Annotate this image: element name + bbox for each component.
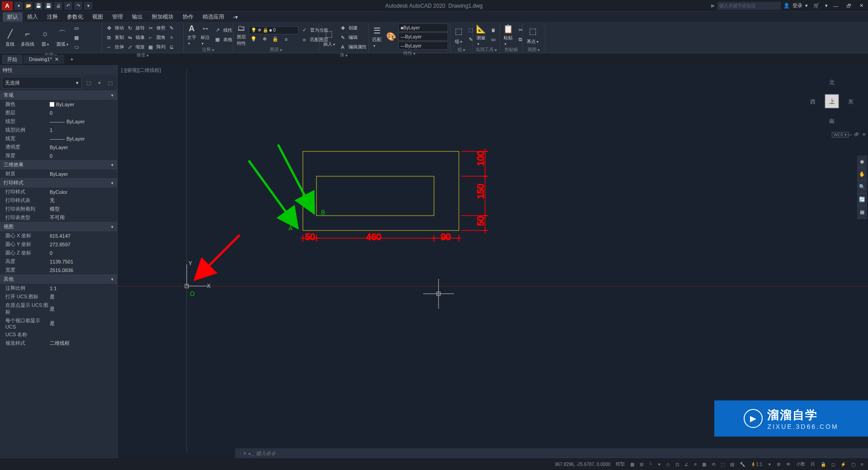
panel-layers-label[interactable]: 图层 ▾ [235, 46, 317, 53]
sb-transp-icon[interactable]: ▦ [700, 461, 708, 468]
fillet-icon[interactable]: ⌐ [146, 33, 156, 42]
nav-zoom-icon[interactable]: 🔍 [857, 181, 867, 193]
nav-orbit-icon[interactable]: 🔄 [857, 193, 867, 206]
sb-grid-icon[interactable]: ▦ [628, 461, 636, 468]
pickadd-icon[interactable]: ⬚ [105, 78, 115, 87]
rect-icon[interactable]: ▭ [71, 24, 81, 33]
sb-qprops-icon[interactable]: 目 [809, 460, 817, 468]
search-input[interactable]: 键入关键字或短语 [717, 2, 781, 10]
mirror-icon[interactable]: ⇋ [125, 33, 135, 42]
sb-clean-icon[interactable]: ▢ [849, 461, 857, 468]
window-close-icon[interactable]: ✕ [857, 3, 866, 9]
qat-save-icon[interactable]: 💾 [34, 2, 42, 10]
panel-util-label[interactable]: 实用工具 ▾ [475, 46, 498, 53]
tab-default[interactable]: 默认 [3, 12, 23, 22]
sb-iso-icon[interactable]: ◇ [665, 461, 672, 468]
sb-qp-icon[interactable]: 🔧 [738, 461, 747, 468]
calc-icon[interactable]: 🖩 [488, 26, 498, 35]
tab-view[interactable]: 视图 [88, 12, 108, 22]
trim-icon[interactable]: ✂ [146, 24, 156, 33]
props-button[interactable]: ☰匹配 [371, 25, 384, 48]
erase-icon[interactable]: ✎ [166, 24, 176, 33]
sb-dyn-icon[interactable]: ▤ [728, 461, 736, 468]
sb-annovis-icon[interactable]: ✶ [766, 461, 773, 468]
command-input[interactable] [256, 451, 865, 456]
qat-redo-icon[interactable]: ↷ [74, 2, 82, 10]
layerlock-icon[interactable]: 🔒 [270, 35, 280, 44]
section-general[interactable]: 常规 [0, 90, 117, 100]
layeroff-icon[interactable]: 💡 [249, 35, 259, 44]
quickprops-icon[interactable]: ⬚ [84, 78, 94, 87]
tab-insert[interactable]: 插入 [23, 12, 42, 22]
tab-collab[interactable]: 协作 [178, 12, 198, 22]
tab-manage[interactable]: 管理 [108, 12, 127, 22]
app-logo[interactable]: A [2, 1, 13, 10]
panel-block-label[interactable]: 块 ▾ [321, 52, 367, 59]
close-tab-icon[interactable]: ✕ [55, 56, 59, 62]
section-misc[interactable]: 其他 [0, 274, 117, 284]
qat-open-icon[interactable]: 📂 [24, 2, 33, 10]
window-restore-icon[interactable]: 🗗 [844, 3, 854, 9]
panel-annotate-label[interactable]: 注释 ▾ [185, 46, 231, 53]
layerfreeze-icon[interactable]: ❄ [259, 35, 269, 44]
base-button[interactable]: ⬚基点 [524, 24, 541, 46]
panel-clip-label[interactable]: 剪贴板 [502, 46, 520, 53]
sb-polar-icon[interactable]: ✶ [656, 461, 663, 468]
login-dropdown-icon[interactable]: ▾ [805, 3, 808, 9]
sb-custom-icon[interactable]: ≡ [859, 461, 865, 468]
leader-icon[interactable]: ↗ [212, 26, 222, 35]
wcs-label[interactable]: WCS ▾ [832, 132, 849, 137]
stretch-icon[interactable]: ↔ [104, 42, 114, 52]
sb-annoscale-icon[interactable]: 🧍 1:1 [749, 461, 764, 468]
sb-model[interactable]: 模型 [614, 460, 627, 468]
tab-annotate[interactable]: 注释 [42, 12, 62, 22]
copy-icon[interactable]: ⧉ [104, 33, 114, 42]
ellipse-icon[interactable]: ⬭ [71, 42, 81, 52]
viewcube[interactable]: 北 东 南 西 上 WCS ▾ [809, 79, 854, 124]
panel-props-label[interactable]: 特性 ▾ [371, 50, 448, 57]
layermatch-icon[interactable]: ≡ [281, 35, 291, 44]
tab-addons[interactable]: 附加模块 [147, 12, 178, 22]
tab-expand-icon[interactable]: ▫▾ [229, 13, 242, 21]
edit-icon[interactable]: ✎ [338, 33, 348, 42]
tab-add[interactable]: + [65, 55, 79, 63]
line-button[interactable]: ╱直线 [2, 26, 18, 49]
sb-hwaccel-icon[interactable]: ⚡ [839, 461, 848, 468]
circle-button[interactable]: ○圆 [37, 26, 53, 49]
panel-modify-label[interactable]: 修改 ▾ [104, 52, 181, 59]
group-button[interactable]: ⬚组 [452, 24, 465, 46]
tab-start[interactable]: 开始 [2, 55, 23, 64]
tab-parametric[interactable]: 参数化 [62, 12, 88, 22]
lweight-combo[interactable]: — ByLayer [398, 42, 448, 50]
nav-pan-icon[interactable]: ✋ [857, 168, 867, 181]
selectobj-icon[interactable]: + [94, 78, 104, 87]
matchlayer-icon[interactable]: ≡ [299, 35, 309, 44]
section-3d[interactable]: 三维效果 [0, 160, 117, 169]
qat-undo-icon[interactable]: ↶ [64, 2, 72, 10]
sb-monitor-icon[interactable]: 👁 [784, 461, 793, 468]
measure-button[interactable]: 📐测量 [475, 24, 487, 46]
user-icon[interactable]: 👤 [783, 3, 790, 9]
sb-ws-icon[interactable]: ⚙ [775, 461, 783, 468]
qat-plot-icon[interactable]: 🖨 [54, 2, 62, 10]
hatch-icon[interactable]: ▦ [71, 33, 81, 42]
select-icon[interactable]: ▭ [488, 35, 498, 44]
move-icon[interactable]: ✥ [104, 24, 114, 33]
tab-output[interactable]: 输出 [127, 12, 147, 22]
coords-readout[interactable]: 967.8296, -25.6787, 0.0000 [553, 461, 612, 468]
rotate-icon[interactable]: ↻ [125, 24, 135, 33]
dim-button[interactable]: ↔标注 [199, 24, 212, 46]
explode-icon[interactable]: ✧ [166, 33, 176, 42]
exchange-icon[interactable]: 🛒 [811, 3, 822, 9]
props-select[interactable]: 无选择▾ [2, 77, 82, 89]
section-view[interactable]: 视图 [0, 222, 117, 231]
panel-view-label[interactable]: 视图 ▾ [524, 46, 543, 53]
drawing-canvas[interactable]: Y X O A B 50 460 90 [118, 65, 868, 458]
layerprops-button[interactable]: 🗂图层特性 [235, 24, 248, 46]
paste-button[interactable]: 📋粘贴 [502, 24, 514, 46]
nav-showmotion-icon[interactable]: ▦ [857, 206, 867, 219]
viewport-label[interactable]: [-][俯视][二维线框] [121, 67, 161, 74]
arc-button[interactable]: ⌒圆弧 [54, 26, 71, 49]
sb-snap-icon[interactable]: ⊞ [638, 461, 645, 468]
vp-restore-icon[interactable]: 🗗 [854, 131, 860, 137]
